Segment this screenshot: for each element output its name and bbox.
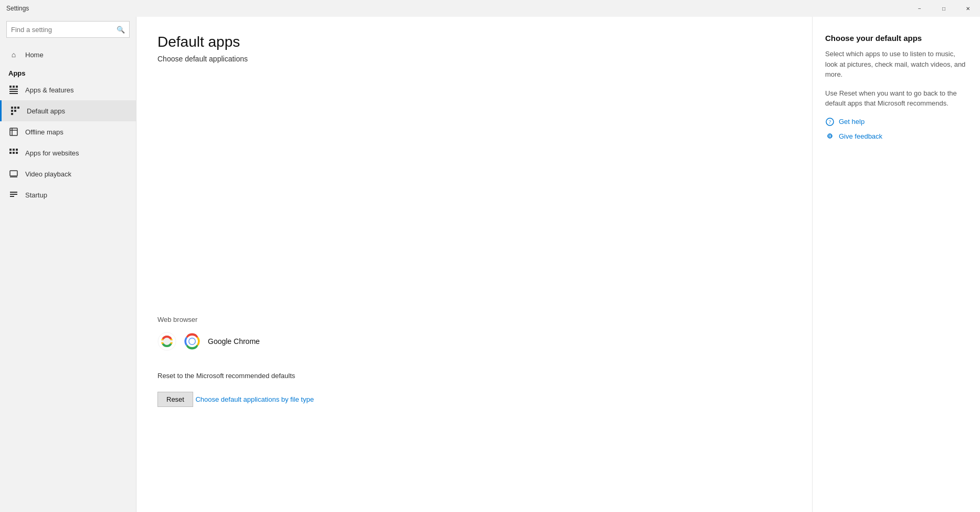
svg-rect-21 [10,171,17,176]
sidebar-item-startup-label: Startup [25,191,47,199]
get-help-icon: ? [825,117,835,127]
sidebar-item-home-label: Home [25,51,44,59]
sidebar-item-offline-maps-label: Offline maps [25,128,64,136]
give-feedback-label: Give feedback [839,132,882,140]
svg-rect-8 [17,107,19,109]
right-panel-desc2: Use Reset when you want to go back to th… [825,88,967,109]
svg-point-35 [189,339,195,344]
sidebar-item-video-playback-label: Video playback [25,170,71,178]
minimize-button[interactable]: − [908,0,932,17]
reset-button[interactable]: Reset [157,392,193,407]
browser-app-name: Google Chrome [208,337,260,346]
right-panel-desc1: Select which apps to use to listen to mu… [825,49,967,80]
content-area: Default apps Choose default applications… [136,17,980,512]
search-input[interactable] [11,26,117,34]
svg-rect-2 [16,86,18,88]
main-content: Default apps Choose default applications… [136,17,812,512]
apps-features-icon [8,85,19,95]
close-button[interactable]: ✕ [956,0,980,17]
get-help-label: Get help [839,118,865,126]
sidebar-item-apps-features[interactable]: Apps & features [0,79,136,100]
offline-maps-icon [8,127,19,137]
svg-rect-24 [10,194,17,195]
svg-rect-16 [13,149,15,151]
browser-app-item[interactable]: Google Chrome [157,328,283,355]
sidebar-item-offline-maps[interactable]: Offline maps [0,121,136,142]
chrome-app-icon [183,332,202,351]
right-panel-title: Choose your default apps [825,34,967,43]
page-subtitle: Choose default applications [157,55,791,63]
chrome-icon [157,332,176,351]
sidebar-item-default-apps[interactable]: Default apps [0,100,136,121]
app-container: 🔍 ⌂ Home Apps Apps & features Default ap… [0,17,980,512]
svg-rect-15 [9,149,12,151]
sidebar-section-apps: Apps [0,65,136,79]
search-icon: 🔍 [117,26,125,34]
get-help-link[interactable]: ? Get help [825,117,967,127]
svg-rect-7 [14,107,16,109]
svg-rect-10 [14,110,16,112]
svg-rect-4 [9,91,18,92]
startup-icon [8,190,19,200]
svg-rect-23 [10,192,17,193]
sidebar-item-home[interactable]: ⌂ Home [0,44,136,65]
reset-section-label: Reset to the Microsoft recommended defau… [157,372,314,380]
svg-rect-18 [9,152,12,154]
svg-point-29 [163,338,171,345]
web-browser-label: Web browser [157,316,314,323]
sidebar-item-default-apps-label: Default apps [27,107,65,115]
sidebar: 🔍 ⌂ Home Apps Apps & features Default ap… [0,17,136,512]
svg-rect-5 [9,93,18,94]
sidebar-item-startup[interactable]: Startup [0,184,136,205]
apps-websites-icon [8,148,19,158]
sidebar-item-video-playback[interactable]: Video playback [0,163,136,184]
web-browser-section: Web browser [157,316,314,407]
svg-rect-19 [13,152,15,154]
give-feedback-icon [825,132,835,141]
svg-rect-11 [11,113,13,115]
svg-rect-6 [11,107,13,109]
titlebar: Settings − □ ✕ [0,0,980,17]
svg-rect-3 [9,89,18,90]
svg-text:?: ? [829,119,831,125]
svg-rect-17 [16,149,18,151]
sidebar-item-apps-features-label: Apps & features [25,86,74,94]
search-box[interactable]: 🔍 [6,21,130,38]
home-icon: ⌂ [8,49,19,60]
give-feedback-link[interactable]: Give feedback [825,132,967,141]
svg-rect-1 [13,86,15,88]
file-type-link[interactable]: Choose default applications by file type [195,395,313,403]
svg-rect-12 [10,128,17,135]
titlebar-title: Settings [6,5,29,12]
sidebar-item-apps-websites-label: Apps for websites [25,149,79,157]
video-playback-icon [8,169,19,179]
right-panel: Choose your default apps Select which ap… [812,17,980,512]
default-apps-icon [10,106,20,116]
svg-rect-9 [11,110,13,112]
titlebar-controls: − □ ✕ [908,0,980,17]
svg-rect-0 [9,86,12,88]
svg-rect-20 [16,152,18,154]
page-title: Default apps [157,34,791,50]
maximize-button[interactable]: □ [932,0,956,17]
svg-rect-25 [10,196,14,197]
sidebar-item-apps-websites[interactable]: Apps for websites [0,142,136,163]
